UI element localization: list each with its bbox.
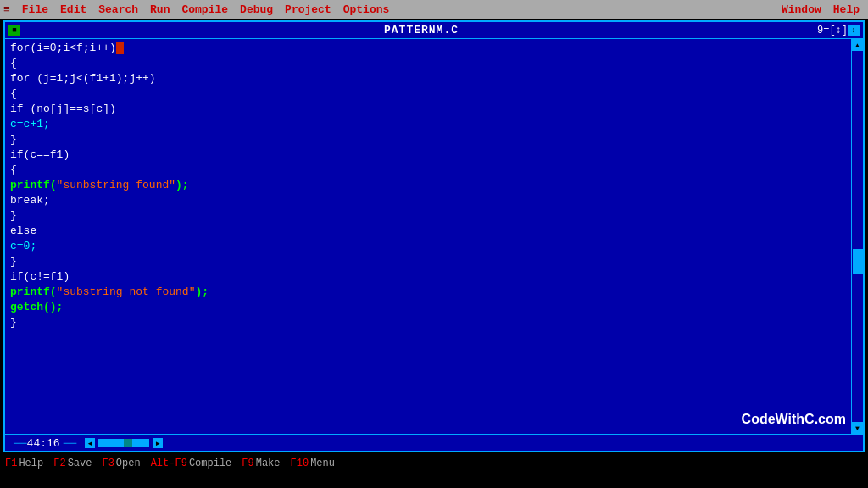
fkey-f3: F3: [102, 458, 114, 469]
fkey-f1-label[interactable]: Help: [19, 458, 43, 469]
menu-file[interactable]: File: [17, 3, 53, 17]
code-line: {: [10, 163, 858, 178]
code-line: printf("sunbstring found");: [10, 178, 858, 193]
scroll-up-btn[interactable]: ▲: [852, 39, 864, 51]
scroll-thumb: [124, 439, 132, 447]
menu-options[interactable]: Options: [338, 3, 395, 17]
code-line: if(c!=f1): [10, 269, 858, 285]
scroll-left-btn[interactable]: ◄: [85, 438, 95, 448]
fkey-f3-label[interactable]: Open: [116, 458, 141, 469]
vertical-scrollbar[interactable]: ▲ ▼: [851, 39, 863, 434]
menu-help[interactable]: Help: [828, 3, 865, 17]
scroll-thumb[interactable]: [853, 249, 863, 274]
menu-compile[interactable]: Compile: [176, 3, 233, 17]
code-line: break;: [10, 193, 858, 208]
menu-run[interactable]: Run: [145, 3, 175, 17]
fkey-f1: F1: [5, 458, 17, 469]
menu-project[interactable]: Project: [280, 3, 337, 17]
cursor-right-border: ──: [64, 437, 77, 450]
code-line: }: [10, 208, 858, 224]
fkey-altf9-label[interactable]: Compile: [189, 458, 231, 469]
code-line: for(i=0;i<f;i++): [10, 41, 858, 56]
menu-icon: ≡: [3, 3, 10, 16]
watermark: CodeWithC.com: [742, 412, 846, 427]
cursor-position: 44:16: [27, 437, 60, 450]
menu-debug[interactable]: Debug: [235, 3, 278, 17]
editor-window: ■ PATTERNM.C 9=[↕] ↕ for(i=0;i<f;i++) { …: [3, 20, 865, 452]
funckey-bar: F1 Help F2 Save F3 Open Alt-F9 Compile F…: [0, 454, 868, 473]
scroll-right-btn[interactable]: ►: [153, 438, 163, 448]
fkey-f10: F10: [291, 458, 309, 469]
code-line: if (no[j]==s[c]): [10, 102, 858, 117]
title-bar: ■ PATTERNM.C 9=[↕] ↕: [5, 22, 863, 39]
code-line: {: [10, 56, 858, 71]
menu-edit[interactable]: Edit: [55, 3, 92, 17]
code-line: printf("substring not found");: [10, 285, 858, 300]
code-area[interactable]: for(i=0;i<f;i++) { for (j=i;j<(f1+i);j++…: [5, 39, 863, 434]
fkey-f9: F9: [242, 458, 253, 469]
code-line: if(c==f1): [10, 147, 858, 163]
code-line: c=c+1;: [10, 117, 858, 132]
text-cursor: [116, 42, 124, 54]
window-icon: ■: [8, 25, 20, 36]
scroll-up-button[interactable]: ↕: [848, 25, 860, 36]
code-line: c=0;: [10, 239, 858, 254]
code-line: getch();: [10, 300, 858, 315]
fkey-f10-label[interactable]: Menu: [310, 458, 335, 469]
scroll-track: [98, 439, 149, 447]
fkey-altf9: Alt-F9: [151, 458, 187, 469]
fkey-f2: F2: [53, 458, 65, 469]
horizontal-scrollbar[interactable]: ◄ ►: [85, 438, 163, 448]
menu-search[interactable]: Search: [93, 3, 143, 17]
code-line: {: [10, 86, 858, 102]
code-line: for (j=i;j<(f1+i);j++): [10, 71, 858, 86]
code-line: }: [10, 254, 858, 269]
fkey-f9-label[interactable]: Make: [256, 458, 281, 469]
status-bar: ── 44:16 ── ◄ ►: [5, 434, 863, 451]
scroll-down-btn[interactable]: ▼: [852, 422, 864, 434]
cursor-left-border: ──: [14, 437, 27, 450]
code-line: }: [10, 132, 858, 147]
code-line: }: [10, 315, 858, 330]
editor-title: PATTERNM.C: [25, 24, 817, 36]
window-number: 9=[↕]: [817, 25, 848, 36]
menu-window[interactable]: Window: [776, 3, 826, 17]
fkey-f2-label[interactable]: Save: [68, 458, 92, 469]
menu-bar: ≡ File Edit Search Run Compile Debug Pro…: [0, 0, 868, 19]
code-line: else: [10, 224, 858, 239]
